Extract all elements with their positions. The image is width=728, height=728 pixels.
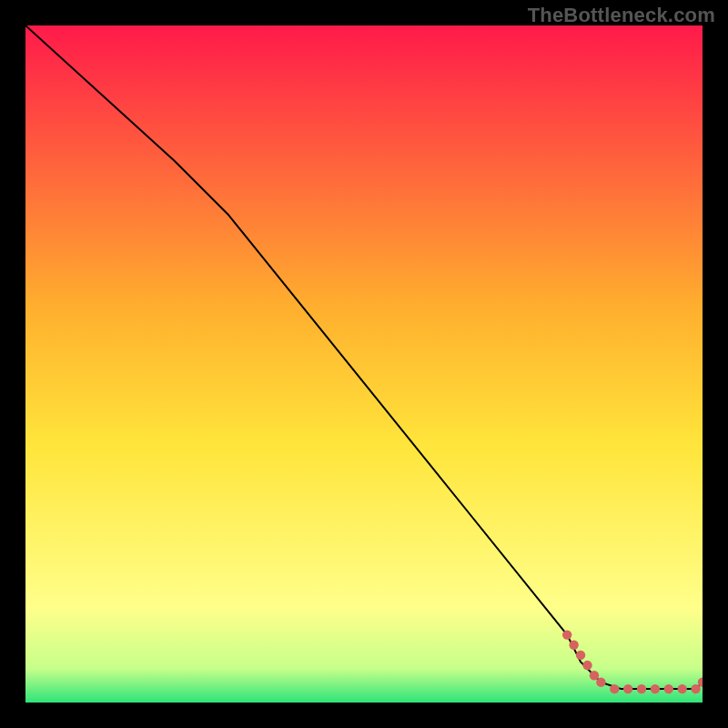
scatter-point (562, 630, 571, 639)
scatter-point (623, 684, 632, 693)
scatter-point (610, 684, 619, 693)
scatter-point (576, 651, 585, 660)
watermark-label: TheBottleneck.com (528, 4, 715, 27)
scatter-point (569, 641, 578, 650)
scatter-point (651, 684, 660, 693)
chart-frame: TheBottleneck.com (0, 0, 728, 728)
scatter-point (691, 684, 700, 693)
scatter-point (590, 671, 599, 680)
plot-svg (25, 25, 703, 703)
scatter-point (596, 677, 605, 686)
scatter-point (664, 684, 673, 693)
scatter-point (637, 684, 646, 693)
gradient-background (25, 25, 703, 703)
scatter-point (582, 661, 592, 670)
plot-area (25, 25, 703, 703)
scatter-point (677, 684, 686, 693)
